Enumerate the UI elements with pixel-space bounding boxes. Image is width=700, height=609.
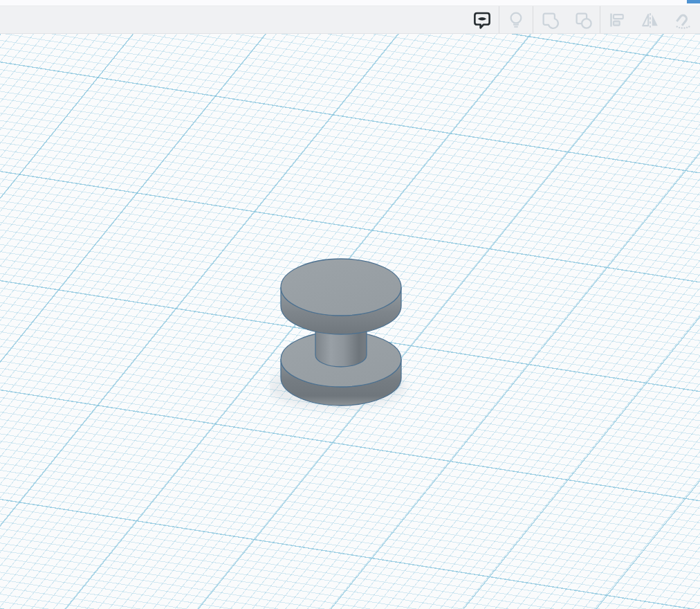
toggle-notes-button[interactable]	[466, 6, 499, 33]
accent-progress-bar	[687, 0, 700, 3]
ungroup-button[interactable]	[567, 6, 600, 33]
toolbar-right-group	[466, 6, 700, 33]
editor-toolbar	[0, 6, 700, 34]
mirror-button[interactable]	[634, 6, 667, 33]
3d-editor-window	[0, 0, 700, 609]
align-icon	[607, 10, 627, 30]
workplane-canvas[interactable]	[0, 34, 700, 609]
window-top-strip	[0, 0, 700, 6]
spool-3d-object[interactable]	[270, 251, 412, 417]
lightbulb-icon	[506, 10, 526, 30]
eye-comment-icon	[472, 10, 492, 30]
snap-button[interactable]	[667, 6, 700, 33]
magnet-icon	[673, 10, 694, 30]
show-all-button[interactable]	[499, 6, 533, 33]
ungroup-shapes-icon	[573, 10, 593, 30]
group-button[interactable]	[533, 6, 567, 33]
mirror-flip-icon	[640, 10, 661, 30]
top-disc[interactable]	[281, 259, 401, 334]
group-shapes-icon	[540, 10, 560, 30]
align-button[interactable]	[600, 6, 634, 33]
